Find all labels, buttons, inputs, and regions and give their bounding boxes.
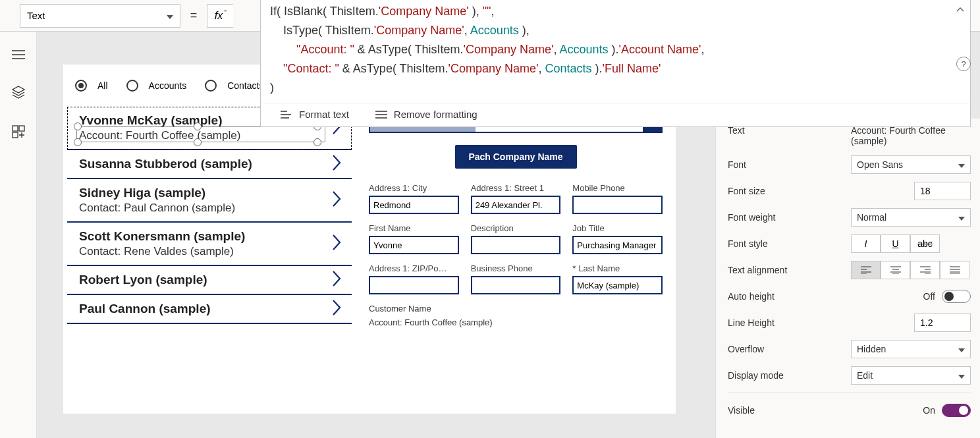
prop-line-height-input[interactable] — [914, 314, 971, 332]
remove-formatting-button[interactable]: Remove formatting — [375, 109, 477, 120]
fx-icon[interactable]: fx˅ — [207, 4, 233, 28]
gallery-item-title: Sidney Higa (sample) — [79, 186, 325, 200]
formula-input[interactable]: If( IsBlank( ThisItem.'Company Name' ), … — [261, 0, 970, 103]
field-input[interactable] — [369, 236, 459, 254]
chevron-right-icon[interactable] — [331, 153, 342, 175]
gallery-item[interactable]: Robert Lyon (sample) — [67, 266, 352, 295]
prop-font-select[interactable]: Open Sans — [851, 155, 971, 174]
field-input[interactable] — [572, 196, 663, 214]
property-dropdown[interactable]: Text — [20, 4, 180, 28]
chevron-down-icon — [958, 159, 965, 170]
formula-collapse-icon[interactable] — [956, 5, 965, 17]
field-input[interactable] — [471, 196, 561, 214]
chevron-right-icon[interactable] — [331, 298, 342, 319]
selection-handle[interactable] — [74, 138, 82, 146]
prop-auto-height-label: Auto height — [728, 291, 775, 302]
customer-name-value: Account: Fourth Coffee (sample) — [369, 317, 663, 327]
svg-rect-0 — [13, 126, 18, 131]
gallery-item[interactable]: Sidney Higa (sample)Contact: Paul Cannon… — [67, 179, 352, 223]
selection-handle[interactable] — [74, 123, 82, 130]
italic-button[interactable]: I — [851, 234, 881, 253]
gallery-item-subtitle: Contact: Paul Cannon (sample) — [79, 202, 325, 215]
field-label: First Name — [369, 223, 459, 233]
align-justify-button[interactable] — [940, 261, 969, 279]
selection-handle[interactable] — [313, 138, 321, 146]
strikethrough-button[interactable]: abc — [910, 234, 940, 253]
align-center-button[interactable] — [881, 261, 910, 279]
prop-font-size-label: Font size — [728, 186, 765, 196]
hamburger-icon[interactable] — [12, 50, 25, 59]
customer-name-label: Customer Name — [369, 304, 663, 314]
insert-icon[interactable] — [12, 125, 25, 138]
gallery-item[interactable]: Susanna Stubberod (sample) — [67, 150, 352, 179]
selection-handle[interactable] — [194, 138, 202, 146]
prop-font-weight-select[interactable]: Normal — [851, 208, 971, 227]
prop-font-label: Font — [728, 159, 746, 170]
gallery-item-title: Susanna Stubberod (sample) — [79, 157, 325, 171]
field-input[interactable] — [572, 276, 663, 294]
svg-rect-1 — [19, 126, 24, 131]
form-field: First Name — [369, 223, 459, 254]
prop-overflow-select[interactable]: Hidden — [851, 340, 971, 358]
visible-toggle[interactable] — [942, 404, 971, 417]
field-input[interactable] — [369, 276, 459, 294]
gallery-item-title: Scott Konersmann (sample) — [79, 229, 325, 244]
left-rail — [0, 32, 37, 438]
format-text-button[interactable]: Format text — [281, 109, 349, 120]
field-label: Address 1: City — [369, 183, 459, 193]
gallery-item-subtitle: Contact: Rene Valdes (sample) — [79, 245, 325, 258]
field-input[interactable] — [471, 276, 561, 294]
chevron-right-icon[interactable] — [331, 233, 342, 254]
patch-button[interactable]: Pach Company Name — [455, 145, 577, 169]
prop-overflow-label: Overflow — [728, 344, 764, 354]
align-left-button[interactable] — [851, 261, 881, 279]
properties-panel: Text Account: Fourth Coffee (sample) Fon… — [715, 119, 980, 438]
field-label: Address 1: ZIP/Po… — [369, 263, 459, 273]
prop-font-size-input[interactable] — [914, 182, 971, 200]
gallery-item[interactable]: Scott Konersmann (sample)Contact: Rene V… — [67, 223, 352, 266]
format-text-icon — [281, 110, 292, 119]
help-icon[interactable]: ? — [956, 57, 971, 71]
selection-handle[interactable] — [194, 123, 202, 130]
remove-formatting-label: Remove formatting — [394, 109, 477, 120]
gallery-list[interactable]: Yvonne McKay (sample)Account: Fourth Cof… — [63, 107, 356, 324]
format-text-label: Format text — [299, 109, 349, 120]
underline-button[interactable]: U — [881, 234, 910, 253]
form-field: Job Title — [572, 223, 663, 254]
prop-font-style-label: Font style — [728, 238, 768, 249]
form-field: Business Phone — [471, 263, 561, 294]
gallery-item-title: Robert Lyon (sample) — [79, 273, 325, 287]
chevron-right-icon[interactable] — [331, 269, 342, 290]
gallery-item[interactable]: Paul Cannon (sample) — [67, 295, 352, 324]
auto-height-toggle[interactable] — [942, 290, 971, 303]
prop-text-value[interactable]: Account: Fourth Coffee (sample) — [851, 125, 971, 146]
radio-contacts-label: Contacts — [227, 80, 263, 91]
prop-font-style-buttons: I U abc — [851, 234, 971, 253]
align-right-button[interactable] — [910, 261, 940, 279]
field-label: Job Title — [572, 223, 663, 233]
prop-text-align-label: Text alignment — [728, 265, 787, 275]
field-input[interactable] — [471, 236, 561, 254]
form-fields: Address 1: CityAddress 1: Street 1Mobile… — [369, 183, 663, 294]
field-input[interactable] — [572, 236, 663, 254]
field-label: Address 1: Street 1 — [471, 183, 561, 193]
form-field: Address 1: City — [369, 183, 459, 214]
property-dropdown-value: Text — [27, 10, 45, 21]
remove-formatting-icon — [375, 110, 387, 119]
form-field: Mobile Phone — [572, 183, 663, 214]
gallery-item-title: Paul Cannon (sample) — [79, 302, 325, 316]
field-label: Description — [471, 223, 561, 233]
radio-contacts[interactable] — [205, 80, 217, 92]
form-field: *Last Name — [572, 263, 663, 294]
field-input[interactable] — [369, 196, 459, 214]
chevron-right-icon[interactable] — [331, 190, 342, 211]
prop-display-mode-select[interactable]: Edit — [851, 366, 971, 385]
svg-rect-2 — [13, 132, 18, 138]
radio-accounts[interactable] — [126, 80, 138, 92]
formula-bar: If( IsBlank( ThisItem.'Company Name' ), … — [260, 0, 971, 127]
field-label: *Last Name — [572, 263, 663, 273]
layers-icon[interactable] — [12, 86, 25, 99]
prop-text-align-buttons — [851, 261, 971, 279]
prop-visible-value: On — [923, 405, 935, 416]
radio-all[interactable] — [75, 80, 87, 92]
